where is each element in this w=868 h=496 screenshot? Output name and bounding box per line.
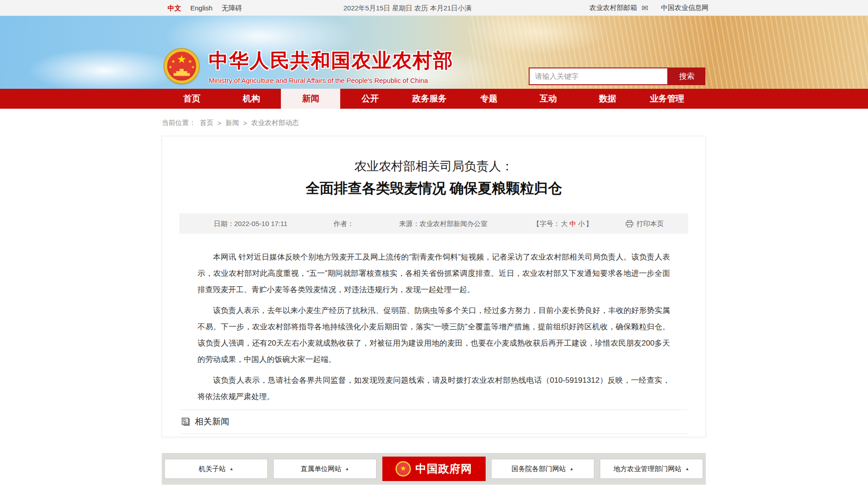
footer-dropdown-label: 国务院各部门网站 bbox=[511, 465, 566, 473]
main-nav: 首页 机构 新闻 公开 政务服务 专题 互动 数据 业务管理 bbox=[0, 89, 868, 109]
meta-date-label: 日期： bbox=[214, 220, 234, 227]
article-paragraph: 该负责人表示，去年以来小麦生产经历了抗秋汛、促弱苗、防病虫等多个关口，经过多方努… bbox=[198, 303, 670, 368]
lang-english-link[interactable]: English bbox=[190, 0, 212, 16]
article-card: 农业农村部相关司局负责人： 全面排查各类毁麦情况 确保夏粮颗粒归仓 日期：202… bbox=[162, 136, 706, 437]
chevron-up-icon: ▲ bbox=[230, 467, 234, 471]
date-text: 2022年5月15日 星期日 农历 本月21日小满 bbox=[343, 0, 472, 16]
related-news-icon bbox=[181, 417, 190, 426]
footer-dropdown-label: 直属单位网站 bbox=[301, 465, 342, 473]
printer-icon bbox=[626, 220, 633, 227]
lang-chinese-link[interactable]: 中文 bbox=[168, 0, 181, 16]
nav-item-data[interactable]: 数据 bbox=[578, 89, 637, 109]
chevron-up-icon: ▲ bbox=[345, 467, 349, 471]
article-title-line2: 全面排查各类毁麦情况 确保夏粮颗粒归仓 bbox=[162, 179, 705, 198]
related-news-section: 相关新闻 bbox=[180, 409, 687, 434]
footer-dropdown-affiliated-units[interactable]: 直属单位网站 ▲ bbox=[273, 459, 376, 479]
gov-emblem-icon: ★ bbox=[395, 461, 411, 477]
nav-item-topics[interactable]: 专题 bbox=[459, 89, 519, 109]
footer-dropdown-local-agri-departments[interactable]: 地方农业管理部门网站 ▲ bbox=[600, 459, 703, 479]
main-nav-items: 首页 机构 新闻 公开 政务服务 专题 互动 数据 业务管理 bbox=[162, 89, 697, 109]
font-size-open-bracket: 【字号： bbox=[533, 220, 560, 227]
ministry-brand[interactable]: ★ ★ ★ ★ ★ 中华人民共和国农业农村部 Ministry of Agric… bbox=[164, 48, 453, 84]
gov-website-label: 中国政府网 bbox=[415, 462, 472, 476]
nav-item-news[interactable]: 新闻 bbox=[281, 89, 340, 109]
footer-dropdown-label: 机关子站 bbox=[199, 465, 226, 473]
site-subtitle: Ministry of Agriculture and Rural Affair… bbox=[209, 77, 453, 84]
emblem-star-icon: ★ bbox=[171, 59, 175, 64]
accessibility-link[interactable]: 无障碍 bbox=[222, 0, 242, 16]
breadcrumb-separator: > bbox=[217, 119, 222, 127]
mailbox-link[interactable]: 农业农村部邮箱 bbox=[589, 4, 637, 12]
meta-author-label: 作者： bbox=[333, 213, 354, 234]
font-size-control: 【字号：大中小】 bbox=[533, 213, 593, 234]
font-size-large-button[interactable]: 大 bbox=[560, 220, 569, 227]
search-button[interactable]: 搜索 bbox=[668, 67, 705, 85]
nav-item-disclosure[interactable]: 公开 bbox=[340, 89, 400, 109]
emblem-star-icon: ★ bbox=[188, 59, 192, 64]
nav-item-interaction[interactable]: 互动 bbox=[519, 89, 578, 109]
search-box: 搜索 bbox=[529, 67, 705, 85]
nav-item-services[interactable]: 政务服务 bbox=[400, 89, 459, 109]
print-page-label: 打印本页 bbox=[637, 213, 664, 234]
article-meta-bar: 日期：2022-05-10 17:11 作者： 来源：农业农村部新闻办公室 【字… bbox=[179, 213, 688, 234]
footer-dropdown-label: 地方农业管理部门网站 bbox=[614, 465, 682, 473]
emblem-star-icon: ★ bbox=[191, 65, 195, 69]
footer-dropdown-subsites[interactable]: 机关子站 ▲ bbox=[164, 459, 268, 479]
topbar-right: 农业农村部邮箱 ✉ 中国农业信息网 bbox=[589, 0, 709, 16]
breadcrumb-separator: > bbox=[243, 119, 247, 127]
meta-source: 来源：农业农村部新闻办公室 bbox=[399, 213, 487, 234]
topbar-left: 中文 English 无障碍 bbox=[168, 0, 242, 16]
font-size-small-button[interactable]: 小 bbox=[577, 220, 586, 227]
emblem-gate-icon bbox=[174, 69, 190, 76]
mail-icon[interactable]: ✉ bbox=[641, 3, 648, 13]
breadcrumb-current[interactable]: 农业农村部动态 bbox=[251, 119, 299, 127]
footer-dropdown-state-council-departments[interactable]: 国务院各部门网站 ▲ bbox=[491, 459, 594, 479]
meta-date-value: 2022-05-10 17:11 bbox=[234, 220, 287, 227]
print-page-button[interactable]: 打印本页 bbox=[626, 213, 664, 234]
article-title-line1: 农业农村部相关司局负责人： bbox=[162, 158, 705, 174]
national-emblem-logo: ★ ★ ★ ★ ★ bbox=[164, 49, 199, 83]
meta-source-label: 来源： bbox=[399, 220, 420, 227]
brand-text: 中华人民共和国农业农村部 Ministry of Agriculture and… bbox=[209, 48, 453, 84]
meta-source-value: 农业农村部新闻办公室 bbox=[420, 220, 487, 227]
breadcrumb-label: 当前位置： bbox=[162, 119, 196, 127]
font-size-close-bracket: 】 bbox=[586, 220, 593, 227]
nav-item-org[interactable]: 机构 bbox=[222, 89, 281, 109]
related-news-title: 相关新闻 bbox=[195, 416, 229, 428]
site-title: 中华人民共和国农业农村部 bbox=[209, 48, 453, 74]
nav-item-home[interactable]: 首页 bbox=[162, 89, 222, 109]
font-size-medium-button[interactable]: 中 bbox=[569, 220, 577, 227]
chevron-up-icon: ▲ bbox=[685, 467, 690, 471]
gov-website-banner[interactable]: ★ 中国政府网 bbox=[382, 457, 486, 481]
emblem-star-icon: ★ bbox=[169, 65, 172, 69]
article-paragraph: 该负责人表示，恳请社会各界共同监督，如发现毁麦问题线索，请及时拨打农业农村部热线… bbox=[198, 372, 670, 405]
nav-item-business[interactable]: 业务管理 bbox=[637, 89, 697, 109]
breadcrumb-news[interactable]: 新闻 bbox=[226, 119, 239, 127]
article-body: 本网讯 针对近日媒体反映个别地方毁麦开工及网上流传的“割青麦作饲料”短视频，记者… bbox=[198, 249, 670, 405]
meta-date: 日期：2022-05-10 17:11 bbox=[214, 213, 287, 234]
topbar: 中文 English 无障碍 2022年5月15日 星期日 农历 本月21日小满… bbox=[0, 0, 868, 16]
agri-info-site-link[interactable]: 中国农业信息网 bbox=[661, 4, 709, 12]
banner-header: ★ ★ ★ ★ ★ 中华人民共和国农业农村部 Ministry of Agric… bbox=[0, 16, 868, 89]
emblem-star-icon: ★ bbox=[400, 465, 406, 472]
footer-link-strip: 机关子站 ▲ 直属单位网站 ▲ ★ 中国政府网 国务院各部门网站 ▲ 地方农业管… bbox=[162, 453, 706, 485]
article-paragraph: 本网讯 针对近日媒体反映个别地方毁麦开工及网上流传的“割青麦作饲料”短视频，记者… bbox=[198, 249, 670, 298]
breadcrumb: 当前位置： 首页 > 新闻 > 农业农村部动态 bbox=[162, 119, 299, 127]
breadcrumb-home[interactable]: 首页 bbox=[200, 119, 213, 127]
search-input[interactable] bbox=[529, 67, 668, 85]
chevron-up-icon: ▲ bbox=[569, 467, 574, 471]
emblem-star-icon: ★ bbox=[177, 54, 187, 65]
